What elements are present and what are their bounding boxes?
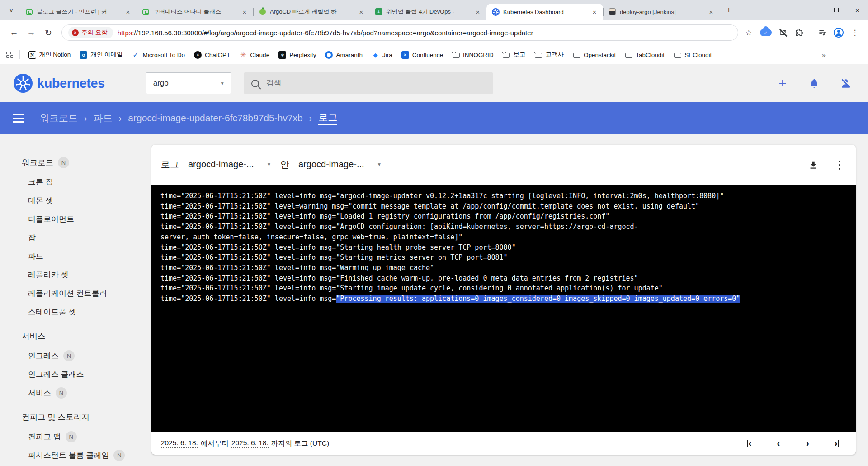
log-line: time="2025-06-17T15:21:50Z" level=info m… <box>160 283 847 294</box>
browser-tab-4[interactable]: + 워밍업 클럽 4기 DevOps - × <box>370 4 486 20</box>
profile-avatar-icon[interactable] <box>834 28 844 38</box>
pod-select[interactable]: argocd-image-... ▼ <box>297 159 383 171</box>
extensions-puzzle-icon[interactable] <box>794 28 804 38</box>
chevron-right-icon: › <box>309 113 312 124</box>
blocked-extension-icon[interactable] <box>778 28 788 38</box>
bookmark-folder-bogo[interactable]: 보고 <box>499 49 530 61</box>
browser-menu-kebab-icon[interactable]: ⋮ <box>850 28 860 38</box>
breadcrumb-pods[interactable]: 파드 <box>94 112 113 124</box>
tab-close-icon[interactable]: × <box>124 8 132 16</box>
log-output[interactable]: time="2025-06-17T15:21:50Z" level=info m… <box>151 185 856 432</box>
next-page-button[interactable]: › <box>802 437 813 449</box>
site-security-chip[interactable]: × 주의 요함 <box>68 27 113 38</box>
sidebar-item-jobs[interactable]: 잡 <box>22 228 151 247</box>
browser-tab-kubernetes-dashboard[interactable]: Kubernetes Dashboard × <box>486 4 603 20</box>
bookmark-folder-customers[interactable]: 고객사 <box>531 49 568 61</box>
bookmark-confluence[interactable]: ×Confluence <box>397 49 447 61</box>
log-to-date[interactable]: 2025. 6. 18. <box>231 439 269 448</box>
folder-icon <box>535 51 542 59</box>
folder-icon <box>503 51 510 59</box>
bookmark-email[interactable]: o개인 이메일 <box>75 49 127 61</box>
sidebar-item-deployments[interactable]: 디플로이먼트 <box>22 210 151 228</box>
sidebar-section-config-storage[interactable]: 컨피그 및 스토리지 <box>22 407 151 428</box>
first-page-button[interactable]: ‹ <box>744 437 755 449</box>
forward-button[interactable]: → <box>24 25 39 40</box>
bookmark-folder-tabcloudit[interactable]: TabCloudit <box>621 49 669 61</box>
last-page-button[interactable]: › <box>830 437 842 449</box>
download-logs-button[interactable] <box>808 160 819 171</box>
warning-icon: × <box>72 29 79 36</box>
sync-cloud-icon[interactable]: ✓ <box>760 29 772 36</box>
notifications-bell-icon[interactable] <box>808 77 820 89</box>
sidebar-section-workloads[interactable]: 워크로드 N <box>22 152 151 173</box>
bookmarks-bar: N개인 Notion o개인 이메일 ✓Microsoft To Do ✳Cha… <box>0 45 868 64</box>
tab-close-icon[interactable]: × <box>357 8 365 16</box>
sidebar-item-pvcs[interactable]: 퍼시스턴트 볼륨 클레임N <box>22 446 151 465</box>
apps-grid-icon[interactable] <box>6 52 13 58</box>
sidebar-item-statefulsets[interactable]: 스테이트풀 셋 <box>22 303 151 321</box>
previous-page-button[interactable]: ‹ <box>773 437 784 449</box>
sidebar-item-cronjobs[interactable]: 크론 잡 <box>22 173 151 191</box>
breadcrumb-workloads[interactable]: 워크로드 <box>40 112 78 124</box>
sidebar-section-service[interactable]: 서비스 <box>22 326 151 347</box>
tab-close-icon[interactable]: × <box>590 8 599 16</box>
browser-tab-1[interactable]: 블로그 글쓰기 - 인프런 | 커 × <box>20 4 137 20</box>
sidebar-nav: 워크로드 N 크론 잡 데몬 셋 디플로이먼트 잡 파드 레플리카 셋 레플리케… <box>0 134 151 466</box>
browser-tab-2[interactable]: 쿠버네티스 어나더 클래스 × <box>137 4 253 20</box>
sidebar-item-pods[interactable]: 파드 <box>22 247 151 266</box>
tab-close-icon[interactable]: × <box>707 8 715 16</box>
log-options-kebab-icon[interactable] <box>835 160 844 171</box>
container-select[interactable]: argocd-image-... ▼ <box>186 159 273 171</box>
sidebar-item-configmaps[interactable]: 컨피그 맵N <box>22 428 151 446</box>
bookmark-folder-innogrid[interactable]: INNOGRID <box>448 49 498 61</box>
sidebar-item-ingresses[interactable]: 인그레스N <box>22 347 151 365</box>
browser-tab-3[interactable]: ArgoCD 빠르게 레벨업 하 × <box>253 4 370 20</box>
log-pager: ‹ ‹ › › <box>744 437 842 449</box>
user-logged-out-icon[interactable] <box>840 77 852 89</box>
sidebar-item-daemonsets[interactable]: 데몬 셋 <box>22 191 151 210</box>
menu-hamburger-icon[interactable] <box>13 112 24 124</box>
sidebar-item-ingress-classes[interactable]: 인그레스 클래스 <box>22 365 151 384</box>
window-minimize-button[interactable]: – <box>804 0 826 20</box>
bookmark-chatgpt[interactable]: ✳ChatGPT <box>190 49 234 61</box>
namespaced-badge: N <box>113 450 125 461</box>
bookmark-jira[interactable]: ◆Jira <box>368 49 396 61</box>
browser-tab-jenkins[interactable]: deploy-argo [Jenkins] × <box>603 4 720 20</box>
window-maximize-button[interactable] <box>826 0 847 20</box>
create-resource-button[interactable]: + <box>777 77 788 89</box>
bookmark-claude[interactable]: ✳Claude <box>235 49 274 61</box>
namespaced-badge: N <box>58 157 69 168</box>
new-tab-button[interactable]: + <box>722 4 735 16</box>
address-bar[interactable]: × 주의 요함 https://192.168.56.30:30000/#/lo… <box>61 24 738 41</box>
namespace-select[interactable]: argo ▼ <box>146 72 231 94</box>
bookmark-notion[interactable]: N개인 Notion <box>24 49 75 61</box>
bookmark-amaranth[interactable]: Amaranth <box>321 49 367 61</box>
reload-button[interactable]: ↻ <box>41 25 56 40</box>
tab-close-icon[interactable]: × <box>474 8 482 16</box>
bookmark-perplexity[interactable]: ∗Perplexity <box>274 49 320 61</box>
search-input[interactable] <box>266 79 486 88</box>
log-card-footer: 2025. 6. 18. 에서부터 2025. 6. 18. 까지의 로그 (U… <box>151 432 856 455</box>
kubernetes-logo[interactable]: kubernetes <box>14 74 105 93</box>
sidebar-item-replication-controllers[interactable]: 레플리케이션 컨트롤러 <box>22 284 151 303</box>
toolbar-divider <box>811 29 811 37</box>
sidebar-item-services[interactable]: 서비스N <box>22 384 151 402</box>
bookmark-ms-todo[interactable]: ✓Microsoft To Do <box>128 49 189 61</box>
breadcrumb-pod-name[interactable]: argocd-image-updater-6fc78b97d5-hv7xb <box>128 113 302 124</box>
media-controls-icon[interactable] <box>817 28 827 38</box>
chatgpt-icon: ✳ <box>194 51 202 59</box>
namespace-value: argo <box>153 79 220 88</box>
bookmark-folder-openstackit[interactable]: Openstackit <box>569 49 620 61</box>
back-button[interactable]: ← <box>6 25 22 40</box>
bookmark-star-icon[interactable]: ☆ <box>744 28 754 38</box>
jira-icon: ◆ <box>372 51 379 59</box>
sidebar-item-replicasets[interactable]: 레플리카 셋 <box>22 266 151 284</box>
search-bar[interactable] <box>244 72 493 94</box>
tab-close-icon[interactable]: × <box>241 8 249 16</box>
todo-check-icon: ✓ <box>132 51 140 59</box>
bookmark-folder-secloudit[interactable]: SECloudit <box>670 49 716 61</box>
tab-search-button[interactable]: ∨ <box>5 3 18 17</box>
bookmarks-overflow-chevron[interactable]: » <box>818 49 829 61</box>
log-from-date[interactable]: 2025. 6. 18. <box>161 439 198 448</box>
window-close-button[interactable]: × <box>847 0 868 20</box>
